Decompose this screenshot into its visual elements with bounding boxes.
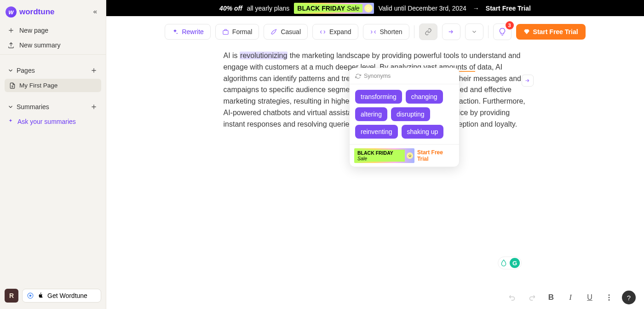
continue-writing-button[interactable] (522, 75, 534, 87)
redo-icon (528, 293, 536, 302)
forward-icon (448, 28, 455, 35)
formal-button[interactable]: Formal (215, 24, 259, 40)
start-trial-button[interactable]: Start Free Trial (516, 24, 586, 40)
svg-rect-2 (223, 30, 228, 34)
svg-point-1 (29, 295, 32, 297)
synonym-chip[interactable]: disrupting (391, 107, 430, 121)
briefcase-icon (222, 29, 229, 35)
more-vertical-icon (605, 293, 613, 302)
redo-button[interactable] (525, 291, 538, 304)
black-friday-badge: BLACK FRIDAY Sale ☺ (294, 3, 374, 14)
promo-discount: 40% off (219, 5, 242, 12)
plus-icon (90, 103, 98, 111)
ideas-count-badge: 3 (506, 21, 514, 29)
promo-banner: 40% off all yearly plans BLACK FRIDAY Sa… (106, 0, 644, 16)
casual-button[interactable]: Casual (264, 24, 308, 40)
italic-button[interactable]: I (564, 291, 577, 304)
synonyms-popup: Synonyms transforming changing altering … (349, 68, 460, 167)
app-logo[interactable]: w wordtune (6, 6, 55, 17)
get-wordtune-button[interactable]: Get Wordtune (22, 289, 101, 303)
sidebar: w wordtune New page New summary Pages (0, 0, 106, 309)
smile-icon: ☺ (407, 152, 413, 159)
divider (488, 25, 489, 38)
selected-word[interactable]: revolutionizing (240, 52, 288, 59)
chevron-down-icon (7, 67, 14, 74)
synonym-chip[interactable]: shaking up (402, 125, 444, 139)
svg-point-3 (609, 294, 610, 296)
new-summary-label: New summary (19, 41, 60, 49)
synonym-chip[interactable]: reinventing (355, 125, 398, 139)
summaries-section-header[interactable]: Summaries (5, 98, 101, 114)
wordtune-drop-icon (500, 259, 508, 267)
continue-button[interactable] (442, 23, 460, 40)
bold-button[interactable]: B (545, 291, 558, 304)
divider (414, 25, 414, 38)
help-button[interactable]: ? (622, 291, 636, 304)
synonyms-list: transforming changing altering disruptin… (350, 84, 459, 144)
synonym-chip[interactable]: transforming (355, 90, 402, 104)
page-item-title: My First Page (19, 82, 58, 89)
synonym-chip[interactable]: altering (355, 107, 387, 121)
ideas-button[interactable]: 3 (493, 23, 512, 40)
logo-text: wordtune (19, 7, 55, 17)
smile-icon: ☺ (364, 4, 373, 12)
chrome-icon (27, 292, 34, 299)
pages-section-header[interactable]: Pages (5, 61, 101, 78)
synonym-chip[interactable]: changing (406, 90, 443, 104)
ask-summaries-label: Ask your summaries (17, 118, 76, 125)
shorten-icon (370, 29, 377, 35)
add-page-button[interactable] (89, 66, 98, 75)
rewrite-button[interactable]: Rewrite (165, 24, 210, 40)
synonyms-header: Synonyms (364, 73, 391, 79)
svg-point-4 (609, 297, 610, 298)
new-page-button[interactable]: New page (5, 23, 101, 38)
grammarly-widget[interactable]: G (498, 257, 522, 269)
logo-icon: w (6, 6, 17, 17)
svg-point-5 (609, 299, 610, 301)
collapse-sidebar-button[interactable] (89, 6, 100, 17)
new-page-label: New page (19, 27, 48, 34)
diamond-icon (523, 29, 530, 35)
get-wordtune-label: Get Wordtune (47, 292, 87, 299)
chevron-down-icon (471, 29, 477, 35)
chevron-left-icon (92, 9, 98, 15)
arrow-right-icon: → (473, 5, 479, 12)
lightbulb-icon (498, 28, 506, 36)
new-summary-button[interactable]: New summary (5, 38, 101, 52)
grammarly-icon: G (510, 258, 520, 268)
editor-toolbar: Rewrite Formal Casual Expand Shorten (106, 16, 644, 47)
separator (0, 54, 106, 55)
expand-icon (319, 29, 326, 35)
popup-trial-link[interactable]: Start Free Trial (417, 149, 454, 162)
apple-icon (37, 292, 44, 299)
summaries-label: Summaries (17, 103, 49, 111)
link-button[interactable] (419, 23, 437, 40)
refresh-icon (355, 73, 361, 79)
forward-icon (524, 77, 531, 84)
ask-summaries-link[interactable]: Ask your summaries (5, 114, 101, 129)
format-toolbar: B I U ? (498, 286, 644, 309)
undo-button[interactable] (506, 291, 519, 304)
promo-valid: Valid until December 3rd, 2024 (379, 5, 466, 12)
shorten-button[interactable]: Shorten (363, 24, 409, 40)
more-button[interactable] (603, 291, 615, 304)
dropdown-button[interactable] (465, 23, 483, 40)
plus-icon (90, 67, 98, 74)
upload-icon (7, 41, 15, 49)
promo-plans: all yearly plans (247, 5, 290, 12)
chevron-down-icon (7, 104, 14, 110)
sparkle-icon (7, 118, 14, 125)
avatar[interactable]: R (5, 289, 18, 303)
undo-icon (508, 293, 517, 302)
black-friday-badge: BLACK FRIDAY Sale ☺ (354, 148, 414, 163)
link-icon (425, 28, 432, 35)
pages-label: Pages (17, 67, 35, 74)
promo-cta-link[interactable]: Start Free Trial (486, 5, 531, 12)
expand-button[interactable]: Expand (312, 24, 358, 40)
add-summary-button[interactable] (89, 102, 98, 111)
sparkle-icon (172, 29, 178, 35)
plus-icon (7, 27, 15, 34)
underline-button[interactable]: U (583, 291, 596, 304)
surfboard-icon (270, 29, 277, 35)
sidebar-page-item[interactable]: My First Page (5, 79, 101, 92)
